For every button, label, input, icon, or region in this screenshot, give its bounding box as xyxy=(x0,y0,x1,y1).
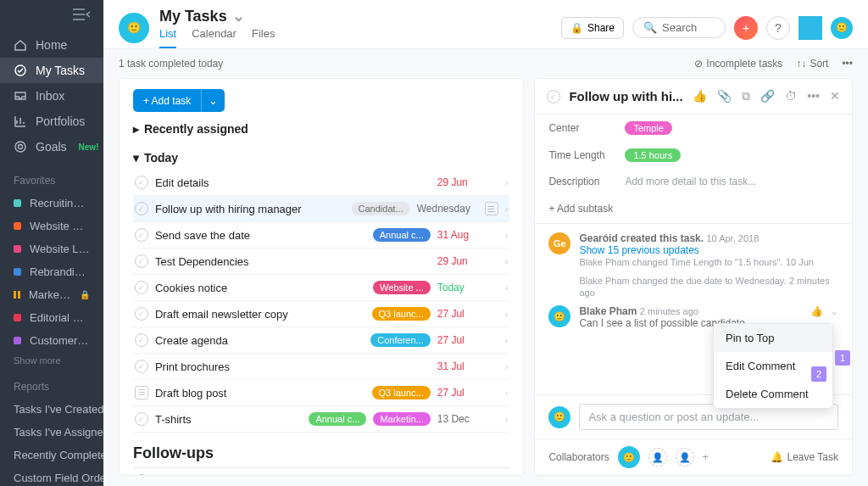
profile-avatar[interactable]: 🙂 xyxy=(831,17,853,39)
report-item[interactable]: Tasks I've Created xyxy=(0,398,103,421)
tab-list[interactable]: List xyxy=(159,27,176,48)
task-row[interactable]: ✓Cookies noticeWebsite ...Today› xyxy=(133,275,509,301)
collapse-sidebar-icon[interactable] xyxy=(59,0,103,29)
leave-task-button[interactable]: 🔔Leave Task xyxy=(771,451,839,463)
project-pill[interactable]: Website ... xyxy=(373,281,431,294)
add-task-button[interactable]: + Add task xyxy=(133,89,201,112)
time-pill[interactable]: 1.5 hours xyxy=(625,148,681,162)
nav-home[interactable]: Home xyxy=(0,32,103,58)
task-row[interactable]: ✓Print brochures31 Jul› xyxy=(133,354,509,380)
task-name: Send save the date xyxy=(155,229,366,242)
favorite-item[interactable]: Editorial Calendar xyxy=(0,306,103,329)
user-avatar[interactable]: 🙂 xyxy=(119,13,149,43)
filter-incomplete[interactable]: ⊘Incomplete tasks xyxy=(694,58,782,70)
project-pill[interactable]: Annual c... xyxy=(373,228,431,242)
task-row[interactable]: ✓Send save the dateAnnual c...31 Aug› xyxy=(133,222,509,249)
add-task-dropdown[interactable]: ⌄ xyxy=(201,89,225,112)
followup-row[interactable]: ✓Set goals ‹ Propose 3 conference keynot… xyxy=(133,468,509,476)
details-chip[interactable]: ☰ xyxy=(485,202,498,215)
detail-title[interactable]: Follow up with hi... xyxy=(569,89,684,103)
comment-menu-icon[interactable]: ⌄ xyxy=(830,305,838,317)
svg-point-2 xyxy=(19,145,23,149)
report-item[interactable]: Custom Field Order xyxy=(0,466,103,486)
tab-calendar[interactable]: Calendar xyxy=(192,27,236,48)
dropdown-pin-to-top[interactable]: Pin to Top xyxy=(714,324,832,352)
comment-time: 2 minutes ago xyxy=(640,306,698,316)
section-recently-assigned[interactable]: ▸Recently assigned xyxy=(133,112,509,141)
search-input[interactable]: 🔍 Search xyxy=(632,17,726,38)
share-button[interactable]: 🔒Share xyxy=(561,17,624,39)
center-pill[interactable]: Temple xyxy=(625,121,671,135)
favorite-label: Rebranding video xyxy=(30,265,90,278)
more-icon[interactable]: ••• xyxy=(807,89,820,103)
thumbs-up-icon[interactable]: 👍 xyxy=(693,89,707,103)
task-row[interactable]: ✓T-shirtsAnnual c...Marketin...13 Dec› xyxy=(133,406,509,433)
project-pill[interactable]: Candidat... xyxy=(352,202,410,215)
task-row[interactable]: ✓Create agendaConferen...27 Jul› xyxy=(133,327,509,354)
subtask-icon[interactable]: ⧉ xyxy=(742,89,750,103)
task-checkbox[interactable]: ✓ xyxy=(135,474,148,476)
tab-files[interactable]: Files xyxy=(252,27,275,48)
show-more-link[interactable]: Show more xyxy=(0,352,103,369)
favorite-item[interactable]: Website Design Requ... xyxy=(0,215,103,237)
help-button[interactable]: ? xyxy=(766,16,790,40)
page-title-wrap[interactable]: My Tasks ⌄ xyxy=(159,7,275,25)
timer-icon[interactable]: ⏱ xyxy=(785,89,797,103)
project-pill[interactable]: Q3 launc... xyxy=(372,307,431,321)
sort-button[interactable]: ↑↓Sort xyxy=(796,58,828,70)
file-icon[interactable] xyxy=(135,386,148,399)
favorite-item[interactable]: Marketing🔒 xyxy=(0,283,103,306)
nav-my-tasks[interactable]: My Tasks xyxy=(0,58,103,83)
favorite-item[interactable]: Website Launch xyxy=(0,237,103,260)
task-checkbox[interactable]: ✓ xyxy=(135,360,148,373)
collaborator-placeholder[interactable]: 👤 xyxy=(676,448,694,466)
task-checkbox[interactable]: ✓ xyxy=(135,176,148,189)
task-checkbox[interactable]: ✓ xyxy=(135,281,148,294)
collaborator-placeholder[interactable]: 👤 xyxy=(648,448,667,466)
collaborator-avatar[interactable]: 🙂 xyxy=(618,446,640,468)
close-icon[interactable]: ✕ xyxy=(830,89,840,103)
task-row[interactable]: ✓Draft email newsletter copyQ3 launc...2… xyxy=(133,301,509,327)
workspace-square[interactable] xyxy=(798,16,822,40)
report-item[interactable]: Tasks I've Assigned to Others xyxy=(0,421,103,444)
project-pill[interactable]: Q3 launc... xyxy=(372,386,431,399)
task-row[interactable]: Draft blog postQ3 launc...27 Jul› xyxy=(133,380,509,406)
task-checkbox[interactable]: ✓ xyxy=(135,254,148,268)
task-checkbox[interactable]: ✓ xyxy=(135,333,148,347)
dropdown-delete-comment[interactable]: Delete Comment xyxy=(714,380,832,408)
global-add-button[interactable]: + xyxy=(734,16,758,40)
attachment-icon[interactable]: 📎 xyxy=(717,89,732,103)
task-checkbox[interactable]: ✓ xyxy=(135,228,148,242)
task-row[interactable]: ✓Follow up with hiring managerCandidat..… xyxy=(133,196,509,222)
section-followups[interactable]: Follow-ups xyxy=(133,436,509,468)
nav-label: My Tasks xyxy=(36,64,85,77)
favorite-item[interactable]: Recruiting weekly me... xyxy=(0,192,103,215)
task-row[interactable]: ✓Test Dependencies29 Jun› xyxy=(133,249,509,275)
lock-icon: 🔒 xyxy=(80,290,90,299)
sidebar: Home My Tasks Inbox Portfolios Goals New… xyxy=(0,0,103,486)
task-checkbox[interactable]: ✓ xyxy=(135,412,148,426)
task-checkbox[interactable]: ✓ xyxy=(135,202,148,215)
like-comment-icon[interactable]: 👍 xyxy=(810,305,823,317)
section-today[interactable]: ▾Today xyxy=(133,141,509,170)
project-pill[interactable]: Annual c... xyxy=(309,412,366,426)
nav-portfolios[interactable]: Portfolios xyxy=(0,109,103,134)
task-checkbox[interactable]: ✓ xyxy=(135,307,148,321)
add-subtask-button[interactable]: + Add subtask xyxy=(535,194,852,224)
task-name: Set goals ‹ Propose 3 conference keynote… xyxy=(155,475,431,477)
project-pill[interactable]: Marketin... xyxy=(373,412,430,426)
link-icon[interactable]: 🔗 xyxy=(760,89,775,103)
description-input[interactable]: Add more detail to this task... xyxy=(625,176,756,187)
add-collaborator-button[interactable]: + xyxy=(703,451,709,463)
more-icon[interactable]: ••• xyxy=(842,58,853,70)
nav-goals[interactable]: Goals New! xyxy=(0,134,103,159)
show-previous-updates[interactable]: Show 15 previous updates xyxy=(579,244,838,256)
project-pill[interactable]: Conferen... xyxy=(370,333,430,347)
favorite-item[interactable]: Rebranding video xyxy=(0,260,103,283)
report-item[interactable]: Recently Completed Tasks xyxy=(0,444,103,466)
favorite-item[interactable]: Customer Stories - Q4 xyxy=(0,329,103,352)
caret-down-icon: ▾ xyxy=(133,151,139,165)
complete-task-checkbox[interactable]: ✓ xyxy=(547,90,560,103)
nav-inbox[interactable]: Inbox xyxy=(0,83,103,109)
task-row[interactable]: ✓Edit details29 Jun› xyxy=(133,170,509,196)
